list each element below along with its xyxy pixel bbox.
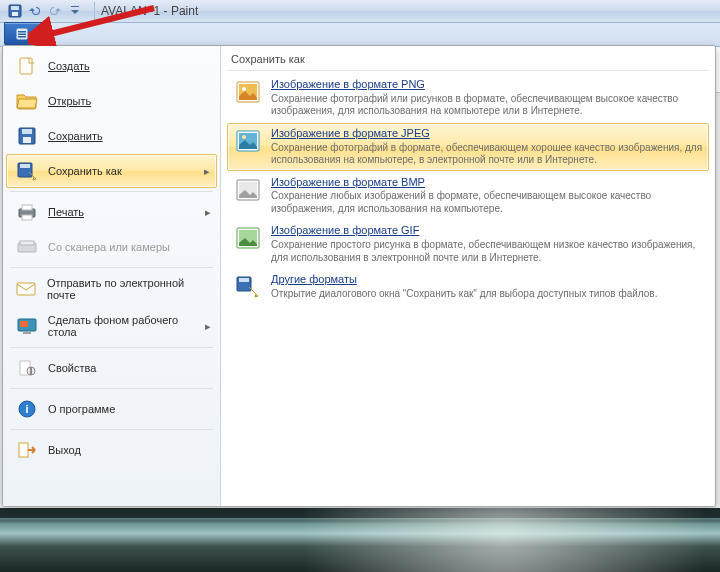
info-icon: i — [14, 398, 40, 420]
save-as-option-png[interactable]: Изображение в формате PNG Сохранение фот… — [227, 74, 709, 122]
svg-text:i: i — [25, 403, 28, 415]
svg-rect-6 — [18, 34, 26, 36]
undo-icon — [28, 4, 42, 18]
svg-rect-22 — [23, 332, 31, 334]
svg-point-35 — [242, 135, 246, 139]
gif-icon — [233, 224, 263, 252]
png-icon — [233, 78, 263, 106]
submenu-arrow-icon: ▸ — [205, 320, 211, 333]
svg-rect-29 — [19, 443, 28, 457]
svg-rect-20 — [17, 283, 35, 295]
option-title: Другие форматы — [271, 273, 657, 287]
other-formats-icon — [233, 273, 263, 301]
menu-item-open[interactable]: Открыть — [6, 84, 217, 118]
quick-access-toolbar — [2, 2, 88, 20]
svg-rect-23 — [20, 321, 28, 327]
svg-rect-5 — [18, 31, 26, 33]
menu-item-about[interactable]: i О программе — [6, 392, 217, 426]
menu-item-create[interactable]: Создать — [6, 49, 217, 83]
save-as-icon — [14, 160, 40, 182]
chevron-down-icon — [70, 5, 80, 17]
option-desc: Сохранение простого рисунка в формате, о… — [271, 239, 703, 264]
menu-item-label: Сохранить как — [48, 165, 122, 177]
menu-item-label: Открыть — [48, 95, 91, 107]
svg-rect-16 — [22, 205, 32, 210]
menu-item-label: Создать — [48, 60, 90, 72]
qat-undo-button[interactable] — [26, 2, 44, 20]
redo-icon — [48, 4, 62, 18]
qat-redo-button[interactable] — [46, 2, 64, 20]
window-title: AVALAN~1 - Paint — [101, 4, 198, 18]
svg-rect-2 — [12, 12, 18, 16]
submenu-arrow-icon: ▸ — [204, 165, 210, 178]
title-bar: AVALAN~1 - Paint — [0, 0, 720, 23]
menu-separator — [10, 388, 213, 389]
title-separator — [94, 2, 95, 20]
ribbon-tab-row — [0, 23, 720, 47]
desktop-background-icon — [14, 315, 40, 337]
file-tab[interactable] — [4, 22, 50, 46]
chevron-down-icon — [32, 30, 40, 38]
option-title: Изображение в формате BMP — [271, 176, 703, 190]
desktop-wallpaper — [0, 508, 720, 572]
bmp-icon — [233, 176, 263, 204]
svg-rect-1 — [11, 6, 19, 10]
menu-item-label: Сделать фоном рабочего стола — [48, 314, 209, 338]
svg-rect-9 — [20, 58, 32, 74]
save-as-option-other[interactable]: Другие форматы Открытие диалогового окна… — [227, 269, 709, 305]
svg-rect-14 — [20, 164, 30, 168]
qat-customize-button[interactable] — [66, 2, 84, 20]
file-menu-left-column: Создать Открыть Сохранить Сохранить как … — [3, 46, 221, 506]
option-desc: Сохранение фотографий в формате, обеспеч… — [271, 142, 703, 167]
submenu-header: Сохранить как — [227, 50, 709, 71]
file-menu-right-column: Сохранить как Изображение в формате PNG … — [221, 46, 715, 506]
menu-item-save-as[interactable]: Сохранить как ▸ — [6, 154, 217, 188]
save-as-option-gif[interactable]: Изображение в формате GIF Сохранение про… — [227, 220, 709, 268]
scanner-icon — [14, 236, 40, 258]
menu-item-label: Сохранить — [48, 130, 103, 142]
save-icon — [14, 125, 40, 147]
save-as-option-bmp[interactable]: Изображение в формате BMP Сохранение люб… — [227, 172, 709, 220]
menu-separator — [10, 267, 213, 268]
exit-icon — [14, 439, 40, 461]
print-icon — [14, 201, 40, 223]
open-folder-icon — [14, 90, 40, 112]
menu-separator — [10, 347, 213, 348]
menu-separator — [10, 429, 213, 430]
menu-item-scanner: Со сканера или камеры — [6, 230, 217, 264]
option-title: Изображение в формате PNG — [271, 78, 703, 92]
option-desc: Открытие диалогового окна "Сохранить как… — [271, 288, 657, 301]
save-icon — [8, 4, 22, 18]
svg-point-32 — [242, 87, 246, 91]
svg-rect-3 — [71, 6, 79, 7]
menu-item-label: Печать — [48, 206, 84, 218]
svg-rect-17 — [22, 215, 32, 220]
menu-item-label: Выход — [48, 444, 81, 456]
properties-icon — [14, 357, 40, 379]
menu-item-print[interactable]: Печать ▸ — [6, 195, 217, 229]
menu-separator — [10, 191, 213, 192]
file-menu: Создать Открыть Сохранить Сохранить как … — [2, 45, 716, 507]
menu-item-set-background[interactable]: Сделать фоном рабочего стола ▸ — [6, 308, 217, 344]
save-as-option-jpeg[interactable]: Изображение в формате JPEG Сохранение фо… — [227, 123, 709, 171]
menu-item-exit[interactable]: Выход — [6, 433, 217, 467]
jpeg-icon — [233, 127, 263, 155]
menu-item-label: Отправить по электронной почте — [47, 277, 209, 301]
menu-item-label: О программе — [48, 403, 115, 415]
option-desc: Сохранение фотографий или рисунков в фор… — [271, 93, 703, 118]
email-icon — [14, 278, 39, 300]
option-title: Изображение в формате GIF — [271, 224, 703, 238]
option-title: Изображение в формате JPEG — [271, 127, 703, 141]
option-desc: Сохранение любых изображений в формате, … — [271, 190, 703, 215]
svg-rect-41 — [239, 278, 249, 282]
new-file-icon — [14, 55, 40, 77]
file-menu-icon — [15, 27, 29, 41]
svg-rect-12 — [23, 137, 31, 143]
menu-item-label: Со сканера или камеры — [48, 241, 170, 253]
menu-item-properties[interactable]: Свойства — [6, 351, 217, 385]
svg-rect-7 — [18, 36, 26, 38]
menu-item-email[interactable]: Отправить по электронной почте — [6, 271, 217, 307]
menu-item-save[interactable]: Сохранить — [6, 119, 217, 153]
svg-rect-19 — [20, 241, 34, 245]
qat-save-button[interactable] — [6, 2, 24, 20]
